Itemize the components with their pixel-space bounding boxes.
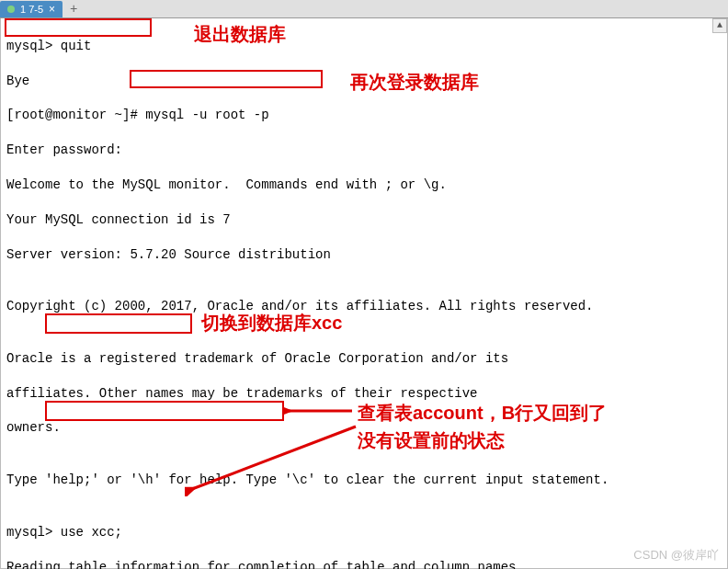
tab-label: 1 7-5 [20,4,43,15]
terminal-line: [root@monitor ~]# mysql -u root -p [6,107,722,124]
terminal-line: mysql> use xcc; [6,524,722,541]
add-tab-icon[interactable]: + [63,2,85,17]
terminal-line: Your MySQL connection id is 7 [6,211,722,229]
terminal-line: Type 'help;' or '\h' for help. Type '\c'… [6,472,722,489]
highlight-box-select [45,401,284,421]
terminal-line: owners. [6,419,722,437]
terminal-line: affiliates. Other names may be trademark… [6,385,722,403]
scroll-up-button[interactable]: ▲ [712,18,727,33]
arrow-icon [282,402,356,420]
terminal-line: Copyright (c) 2000, 2017, Oracle and/or … [6,298,722,315]
status-dot-icon [7,6,15,13]
session-tab[interactable]: 1 7-5 × [0,1,63,17]
terminal-line: Reading table information for completion… [6,559,722,569]
terminal-line: Bye [6,73,722,90]
terminal-line: Oracle is a registered trademark of Orac… [6,350,722,368]
terminal-line: Welcome to the MySQL monitor. Commands e… [6,176,722,194]
highlight-box-usexcc [45,313,192,334]
terminal-line: Enter password: [6,142,722,159]
close-icon[interactable]: × [49,3,55,16]
terminal-output[interactable]: mysql> quit Bye [root@monitor ~]# mysql … [0,18,728,569]
terminal-line: mysql> quit [6,38,722,55]
tab-bar: 1 7-5 × + [0,0,728,18]
highlight-box-quit [5,18,152,37]
terminal-line: Server version: 5.7.20 Source distributi… [6,246,722,264]
